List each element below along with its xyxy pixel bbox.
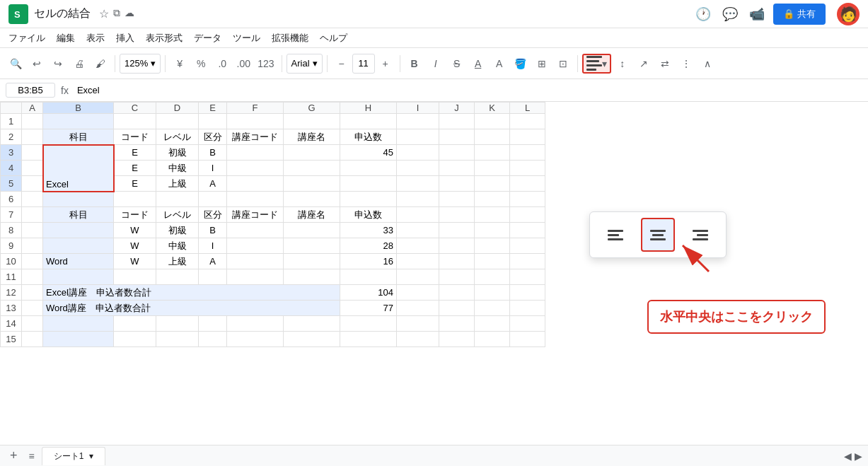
col-header-B[interactable]: B (43, 103, 114, 114)
cell-K4[interactable] (475, 161, 510, 176)
cell-C8[interactable]: W (114, 223, 156, 238)
cell-H11[interactable] (340, 269, 397, 285)
cell-F7[interactable]: 講座コード (227, 207, 284, 223)
cell-G9[interactable] (284, 238, 340, 254)
cell-H2[interactable]: 申込数 (340, 129, 397, 145)
text-wrap-btn[interactable]: ⇄ (655, 54, 675, 74)
cell-J9[interactable] (439, 238, 475, 254)
scroll-right-icon[interactable]: ▶ (855, 450, 862, 462)
cell-K10[interactable] (475, 254, 510, 269)
cell-B3[interactable]: Excel (43, 145, 114, 192)
cell-D6[interactable] (156, 192, 199, 207)
cell-G6[interactable] (284, 192, 340, 207)
col-header-C[interactable]: C (114, 103, 156, 114)
cell-E1[interactable] (199, 114, 227, 129)
cell-B8[interactable] (43, 223, 114, 238)
cell-E5[interactable]: A (199, 176, 227, 192)
cell-B15[interactable] (43, 332, 114, 347)
font-size-dec-btn[interactable]: − (332, 54, 352, 74)
cell-L14[interactable] (510, 316, 545, 332)
cell-B12[interactable]: Excel講座 申込者数合計 (43, 285, 340, 301)
cell-K1[interactable] (475, 114, 510, 129)
cell-I6[interactable] (397, 192, 439, 207)
menu-format[interactable]: 表示形式 (146, 32, 183, 45)
cell-L10[interactable] (510, 254, 545, 269)
cloud-icon[interactable]: ☁ (125, 7, 134, 21)
cell-A4[interactable] (22, 161, 43, 176)
cell-L7[interactable] (510, 207, 545, 223)
cell-A13[interactable] (22, 301, 43, 316)
cell-K11[interactable] (475, 269, 510, 285)
cell-F14[interactable] (227, 316, 284, 332)
cell-H3[interactable]: 45 (340, 145, 397, 161)
col-header-E[interactable]: E (199, 103, 227, 114)
cell-A9[interactable] (22, 238, 43, 254)
cell-H12[interactable]: 104 (340, 285, 397, 301)
video-icon[interactable]: 📹 (746, 4, 768, 25)
cell-C5[interactable]: E (114, 176, 156, 192)
cell-A12[interactable] (22, 285, 43, 301)
sheet-menu-btn[interactable]: ≡ (25, 450, 39, 462)
decimal-inc-btn[interactable]: .00 (233, 54, 253, 74)
cell-C6[interactable] (114, 192, 156, 207)
cell-B10[interactable]: Word (43, 254, 114, 269)
cell-A8[interactable] (22, 223, 43, 238)
sheet-tab[interactable]: シート1 ▾ (42, 447, 105, 465)
cell-D14[interactable] (156, 316, 199, 332)
cell-A6[interactable] (22, 192, 43, 207)
cell-D4[interactable]: 中級 (156, 161, 199, 176)
cell-J10[interactable] (439, 254, 475, 269)
cell-F15[interactable] (227, 332, 284, 347)
cell-I15[interactable] (397, 332, 439, 347)
cell-D2[interactable]: レベル (156, 129, 199, 145)
cell-G15[interactable] (284, 332, 340, 347)
cell-H5[interactable] (340, 176, 397, 192)
cell-G1[interactable] (284, 114, 340, 129)
cell-ref-input[interactable] (6, 83, 55, 98)
cell-G11[interactable] (284, 269, 340, 285)
col-header-J[interactable]: J (439, 103, 475, 114)
cell-A14[interactable] (22, 316, 43, 332)
cell-K12[interactable] (475, 285, 510, 301)
cell-F2[interactable]: 講座コード (227, 129, 284, 145)
cell-I1[interactable] (397, 114, 439, 129)
cell-H1[interactable] (340, 114, 397, 129)
paint-format-btn[interactable]: 🖌 (91, 54, 110, 74)
italic-btn[interactable]: I (426, 54, 446, 74)
share-button[interactable]: 🔒 共有 (773, 4, 826, 25)
cell-F10[interactable] (227, 254, 284, 269)
cell-J3[interactable] (439, 145, 475, 161)
cell-I11[interactable] (397, 269, 439, 285)
col-header-G[interactable]: G (284, 103, 340, 114)
copy-icon[interactable]: ⧉ (113, 7, 120, 21)
redo-btn[interactable]: ↪ (48, 54, 68, 74)
collapse-toolbar-btn[interactable]: ∧ (698, 54, 717, 74)
font-size-input[interactable] (352, 54, 375, 74)
cell-E14[interactable] (199, 316, 227, 332)
menu-help[interactable]: ヘルプ (320, 32, 347, 45)
col-header-L[interactable]: L (510, 103, 545, 114)
cell-E10[interactable]: A (199, 254, 227, 269)
star-icon[interactable]: ☆ (99, 7, 109, 21)
cell-F5[interactable] (227, 176, 284, 192)
cell-K14[interactable] (475, 316, 510, 332)
col-header-I[interactable]: I (397, 103, 439, 114)
cell-C11[interactable] (114, 269, 156, 285)
cell-A1[interactable] (22, 114, 43, 129)
menu-data[interactable]: データ (194, 32, 221, 45)
cell-K9[interactable] (475, 238, 510, 254)
cell-E11[interactable] (199, 269, 227, 285)
fill-color-btn[interactable]: 🪣 (511, 54, 531, 74)
cell-L9[interactable] (510, 238, 545, 254)
cell-F4[interactable] (227, 161, 284, 176)
cell-L4[interactable] (510, 161, 545, 176)
cell-K13[interactable] (475, 301, 510, 316)
sheet-wrapper[interactable]: A B C D E F G H I J K L (0, 102, 868, 445)
menu-file[interactable]: ファイル (8, 32, 45, 45)
bold-btn[interactable]: B (405, 54, 424, 74)
cell-D8[interactable]: 初級 (156, 223, 199, 238)
cell-I4[interactable] (397, 161, 439, 176)
cell-F3[interactable] (227, 145, 284, 161)
valign-btn[interactable]: ↕ (613, 54, 632, 74)
font-select[interactable]: Arial ▾ (287, 54, 323, 74)
